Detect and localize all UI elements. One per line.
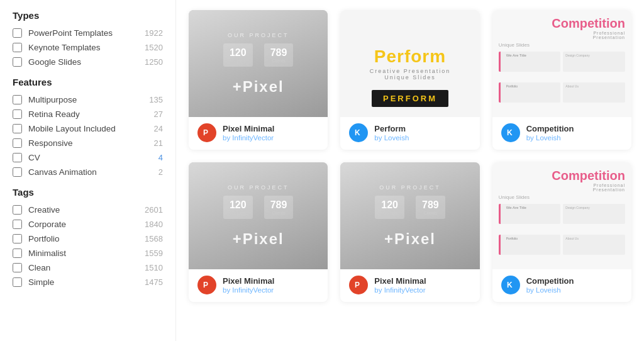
card-info-perform: KPerformby Loveish <box>340 117 479 150</box>
pixel-stat2: 789 Clients <box>264 43 294 67</box>
slide-mini-3: Portfolio <box>499 82 561 103</box>
sidebar-item-clean[interactable]: Clean1510 <box>13 263 163 272</box>
pixel-project-label: OUR PROJECT <box>223 184 293 191</box>
label-creative: Creative <box>28 205 141 215</box>
sidebar-item-simple[interactable]: Simple1475 <box>13 277 163 287</box>
checkbox-mobile[interactable] <box>13 124 22 133</box>
count-powerpoint: 1922 <box>145 28 163 38</box>
label-google: Google Slides <box>28 57 141 67</box>
sidebar-item-google[interactable]: Google Slides1250 <box>13 57 163 67</box>
competition-thumb-inner: Competition Professional Presentation Un… <box>492 162 631 269</box>
slide-mini-1: We Are Title <box>499 52 561 72</box>
card-text-pixel-minimal-2: Pixel Minimalby InfinityVector <box>223 276 319 294</box>
card-competition-1[interactable]: Competition Professional Presentation Un… <box>492 10 631 150</box>
svg-text:P: P <box>203 128 208 137</box>
card-author-pixel-minimal-1: by InfinityVector <box>223 134 319 142</box>
slide-mini-4: About Us <box>563 235 625 255</box>
card-info-competition-1: KCompetitionby Loveish <box>492 117 631 150</box>
checkbox-minimalist[interactable] <box>13 249 22 258</box>
card-name-pixel-minimal-3: Pixel Minimal <box>374 276 470 286</box>
card-icon-perform: K <box>349 123 368 142</box>
sidebar-item-retina[interactable]: Retina Ready27 <box>13 109 163 119</box>
slide-mini-4: About Us <box>563 82 625 103</box>
card-text-perform: Performby Loveish <box>374 124 470 142</box>
count-portfolio: 1568 <box>145 234 163 243</box>
perform-bottom-label: PERFORM <box>372 90 448 107</box>
checkbox-responsive[interactable] <box>13 138 22 148</box>
card-text-competition-1: Competitionby Loveish <box>526 124 623 142</box>
types-list: PowerPoint Templates1922Keynote Template… <box>13 28 163 67</box>
pixel-stat1: 120 Projects <box>223 196 253 219</box>
pixel-overlay: OUR PROJECT 120 Projects 789 Clients + <box>189 162 328 269</box>
label-corporate: Corporate <box>28 220 141 229</box>
checkbox-powerpoint[interactable] <box>13 28 22 38</box>
checkbox-corporate[interactable] <box>13 220 22 229</box>
features-section-title: Features <box>13 77 163 87</box>
sidebar-item-corporate[interactable]: Corporate1840 <box>13 220 163 229</box>
pixel-brand: +Pixel <box>223 78 293 96</box>
tags-list: Creative2601Corporate1840Portfolio1568Mi… <box>13 205 163 287</box>
slide-mini-1: We Are Title <box>499 204 561 224</box>
checkbox-creative[interactable] <box>13 205 22 215</box>
sidebar-item-responsive[interactable]: Responsive21 <box>13 138 163 148</box>
count-google: 1250 <box>145 57 163 67</box>
checkbox-keynote[interactable] <box>13 43 22 52</box>
pixel-project-label: OUR PROJECT <box>375 184 445 191</box>
count-corporate: 1840 <box>145 220 163 229</box>
competition-unique: Unique Slides <box>499 194 625 200</box>
sidebar-item-multipurpose[interactable]: Multipurpose135 <box>13 95 163 104</box>
sidebar-item-creative[interactable]: Creative2601 <box>13 205 163 215</box>
card-pixel-minimal-2[interactable]: OUR PROJECT 120 Projects 789 Clients + <box>189 162 328 302</box>
sidebar-item-mobile[interactable]: Mobile Layout Included24 <box>13 124 163 133</box>
sidebar-item-cv[interactable]: CV4 <box>13 153 163 162</box>
count-retina: 27 <box>154 109 163 119</box>
label-responsive: Responsive <box>28 138 150 148</box>
sidebar-item-minimalist[interactable]: Minimalist1559 <box>13 249 163 258</box>
checkbox-canvas[interactable] <box>13 167 22 177</box>
card-author-competition-2: by Loveish <box>526 286 623 294</box>
card-author-competition-1: by Loveish <box>526 134 623 142</box>
card-author-pixel-minimal-2: by InfinityVector <box>223 286 319 294</box>
checkbox-retina[interactable] <box>13 109 22 119</box>
card-competition-2[interactable]: Competition Professional Presentation Un… <box>492 162 631 302</box>
sidebar-item-canvas[interactable]: Canvas Animation2 <box>13 167 163 177</box>
card-name-competition-1: Competition <box>526 124 623 133</box>
cards-grid: OUR PROJECT 120 Projects 789 Clients + <box>189 10 631 302</box>
label-minimalist: Minimalist <box>28 249 141 258</box>
sidebar-item-powerpoint[interactable]: PowerPoint Templates1922 <box>13 28 163 38</box>
competition-title: Competition <box>499 16 625 31</box>
pixel-overlay: OUR PROJECT 120 Projects 789 Clients + <box>189 10 328 117</box>
card-pixel-minimal-1[interactable]: OUR PROJECT 120 Projects 789 Clients + <box>189 10 328 150</box>
svg-text:K: K <box>507 128 513 137</box>
card-icon-pixel-minimal-2: P <box>197 276 216 294</box>
sidebar-item-portfolio[interactable]: Portfolio1568 <box>13 234 163 243</box>
pixel-project-label: OUR PROJECT <box>223 32 293 38</box>
card-pixel-minimal-3[interactable]: OUR PROJECT 120 Projects 789 Clients + <box>340 162 479 302</box>
checkbox-portfolio[interactable] <box>13 234 22 243</box>
perform-title: Perform <box>374 47 446 67</box>
count-canvas: 2 <box>158 167 163 177</box>
card-author-pixel-minimal-3: by InfinityVector <box>374 286 470 294</box>
card-thumb-competition: Competition Professional Presentation Un… <box>492 10 631 117</box>
card-perform[interactable]: Perform Creative PresentationUnique Slid… <box>340 10 479 150</box>
label-clean: Clean <box>28 263 141 272</box>
card-name-pixel-minimal-2: Pixel Minimal <box>223 276 319 286</box>
competition-sub1: Professional <box>499 31 625 35</box>
count-mobile: 24 <box>154 124 163 133</box>
checkbox-simple[interactable] <box>13 277 22 287</box>
checkbox-multipurpose[interactable] <box>13 95 22 104</box>
features-list: Multipurpose135Retina Ready27Mobile Layo… <box>13 95 163 177</box>
competition-slides: We Are Title Design Company Portfolio Ab… <box>499 52 625 111</box>
competition-unique: Unique Slides <box>499 42 625 48</box>
card-icon-pixel-minimal-1: P <box>197 123 216 142</box>
checkbox-google[interactable] <box>13 57 22 67</box>
label-mobile: Mobile Layout Included <box>28 124 150 133</box>
card-thumb-pixel: OUR PROJECT 120 Projects 789 Clients + <box>340 162 479 269</box>
label-simple: Simple <box>28 277 141 287</box>
sidebar-item-keynote[interactable]: Keynote Templates1520 <box>13 43 163 52</box>
card-icon-pixel-minimal-3: P <box>349 276 368 294</box>
perform-thumb-inner: Perform Creative PresentationUnique Slid… <box>340 10 479 117</box>
checkbox-cv[interactable] <box>13 153 22 162</box>
checkbox-clean[interactable] <box>13 263 22 272</box>
slide-mini-2: Design Company <box>563 204 625 224</box>
